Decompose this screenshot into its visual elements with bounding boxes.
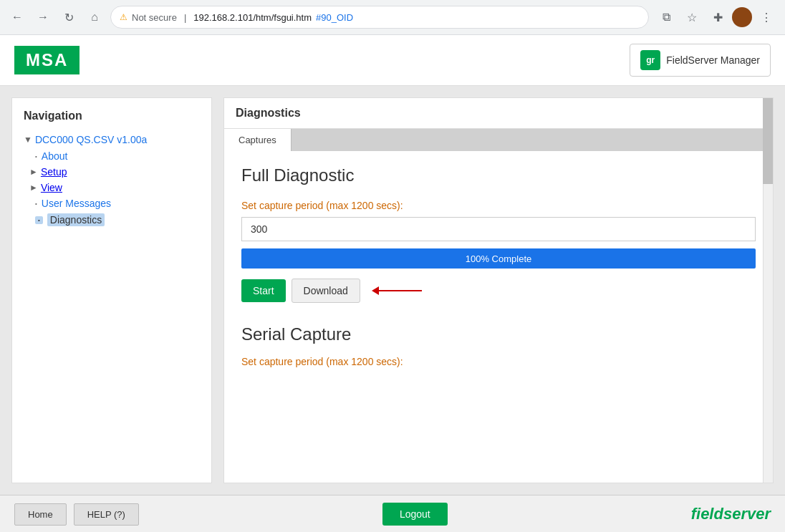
serial-capture-period-label: Set capture period (max 1200 secs):	[241, 356, 756, 367]
not-secure-label: Not secure	[132, 12, 177, 23]
bookmark-button[interactable]: ☆	[680, 6, 703, 29]
fieldserver-manager-label: FieldServer Manager	[666, 54, 760, 66]
forward-button[interactable]: →	[33, 7, 53, 27]
fieldserver-brand: fieldserver	[691, 505, 771, 523]
sidebar-item-view[interactable]: ► View	[24, 180, 200, 195]
url-main: 192.168.2.101/htm/fsgui.htm	[193, 12, 312, 23]
panel-header: Diagnostics	[224, 98, 773, 129]
panel-content: Full Diagnostic Set capture period (max …	[224, 151, 773, 483]
nav-root-link[interactable]: DCC000 QS.CSV v1.00a	[35, 134, 147, 145]
scrollbar-thumb[interactable]	[763, 98, 773, 184]
page-wrapper: MSA gr FieldServer Manager Navigation ▼ …	[0, 35, 785, 532]
browser-chrome: ← → ↻ ⌂ ⚠ Not secure | 192.168.2.101/htm…	[0, 0, 785, 35]
chevron-down-icon: ▼	[24, 135, 32, 145]
fieldserver-manager-button[interactable]: gr FieldServer Manager	[630, 44, 771, 77]
chevron-right-icon-2: ►	[29, 183, 38, 193]
tab-captures[interactable]: Captures	[224, 129, 292, 151]
address-bar[interactable]: ⚠ Not secure | 192.168.2.101/htm/fsgui.h…	[110, 6, 649, 29]
footer: Home HELP (?) Logout fieldserver	[0, 495, 785, 532]
start-button[interactable]: Start	[241, 279, 286, 302]
dot-icon: •	[35, 153, 37, 160]
separator: |	[184, 12, 186, 23]
brand-name: fieldserver	[691, 505, 771, 523]
buttons-row: Start Download	[241, 279, 756, 303]
page-header: MSA gr FieldServer Manager	[0, 35, 785, 86]
dot-icon-2: •	[35, 200, 37, 207]
serial-capture-title: Serial Capture	[241, 324, 756, 344]
arrow-indicator	[372, 286, 422, 295]
avatar[interactable]	[732, 7, 752, 27]
about-link[interactable]: About	[42, 150, 68, 162]
url-hash: #90_OID	[316, 12, 353, 23]
setup-link[interactable]: Setup	[41, 166, 67, 178]
view-link[interactable]: View	[41, 182, 62, 193]
help-button[interactable]: HELP (?)	[74, 503, 139, 526]
sidebar-item-setup[interactable]: ► Setup	[24, 164, 200, 180]
warning-icon: ⚠	[120, 12, 127, 22]
sidebar-item-about[interactable]: • About	[24, 148, 200, 164]
home-button[interactable]: ⌂	[85, 7, 105, 27]
sidebar-item-user-messages[interactable]: • User Messages	[24, 195, 200, 211]
arrow-head-icon	[372, 286, 379, 295]
scrollbar-track[interactable]	[763, 98, 773, 483]
main-content: Navigation ▼ DCC000 QS.CSV v1.00a • Abou…	[0, 86, 785, 495]
home-button[interactable]: Home	[14, 503, 67, 526]
tabs-bar: Captures	[224, 129, 773, 151]
share-button[interactable]: ⧉	[655, 6, 678, 29]
diagnostics-label: Diagnostics	[47, 213, 105, 226]
right-panel: Diagnostics Captures Full Diagnostic Set…	[223, 97, 774, 483]
dot-icon-3: •	[35, 216, 43, 224]
sidebar-item-diagnostics[interactable]: • Diagnostics	[24, 211, 200, 228]
reload-button[interactable]: ↻	[59, 7, 79, 27]
fieldserver-icon: gr	[640, 50, 660, 70]
footer-left: Home HELP (?)	[14, 503, 139, 526]
back-button[interactable]: ←	[7, 7, 27, 27]
nav-root-expand[interactable]: ▼ DCC000 QS.CSV v1.00a	[24, 134, 200, 145]
sidebar-title: Navigation	[24, 110, 200, 122]
chevron-right-icon: ►	[29, 167, 38, 177]
nav-item-root: ▼ DCC000 QS.CSV v1.00a	[24, 131, 200, 148]
progress-text: 100% Complete	[466, 253, 532, 264]
download-button[interactable]: Download	[292, 279, 360, 303]
msa-logo: MSA	[14, 46, 80, 74]
logout-button[interactable]: Logout	[382, 503, 448, 526]
capture-period-input[interactable]	[241, 217, 756, 241]
progress-bar: 100% Complete	[241, 248, 756, 269]
user-messages-link[interactable]: User Messages	[42, 198, 111, 209]
full-diagnostic-title: Full Diagnostic	[241, 165, 756, 185]
browser-actions: ⧉ ☆ ✚ ⋮	[655, 6, 778, 29]
sidebar: Navigation ▼ DCC000 QS.CSV v1.00a • Abou…	[11, 97, 212, 483]
browser-toolbar: ← → ↻ ⌂ ⚠ Not secure | 192.168.2.101/htm…	[0, 0, 785, 34]
extension-button[interactable]: ✚	[706, 6, 729, 29]
capture-period-label: Set capture period (max 1200 secs):	[241, 200, 756, 211]
menu-button[interactable]: ⋮	[755, 6, 778, 29]
arrow-line	[379, 290, 422, 291]
